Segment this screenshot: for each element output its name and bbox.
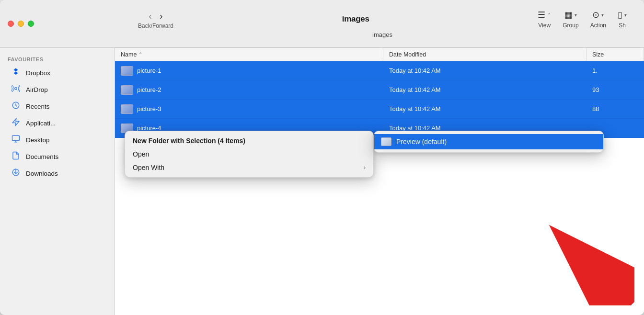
context-menu-label-open-with: Open With [133,164,164,171]
documents-icon [11,151,21,162]
group-icon: ▦ ▾ [564,10,577,20]
file-size-cell: 88 [586,100,644,118]
table-row[interactable]: picture-3 Today at 10:42 AM 88 [115,100,644,119]
file-size: 1. [592,67,598,74]
file-thumbnail [121,85,133,95]
context-menu-item-new-folder[interactable]: New Folder with Selection (4 Items) [125,134,373,147]
file-date: Today at 10:42 AM [389,105,441,112]
view-label: View [538,22,551,29]
file-name-cell: picture-2 [115,80,383,99]
sidebar-item-label-applications: Applicati... [26,120,56,127]
context-menu: New Folder with Selection (4 Items) Open… [125,131,374,178]
window-title: images [342,14,369,24]
sidebar-item-label-downloads: Downloads [26,170,58,177]
view-icon: ☰ ⌃ [538,10,551,20]
sidebar-item-downloads[interactable]: Downloads [3,166,112,181]
column-headers: Name ⌃ Date Modified Size [115,48,644,61]
group-control[interactable]: ▦ ▾ Group [563,10,578,29]
size-column-label: Size [592,51,604,58]
file-name: picture-2 [137,86,161,93]
sidebar-item-documents[interactable]: Documents [3,149,112,165]
toolbar: ‹ › Back/Forward images ☰ ⌃ View [0,0,644,48]
sidebar-toggle-area [8,21,123,27]
minimize-button[interactable] [18,21,24,27]
desktop-icon [11,135,21,146]
sidebar-item-label-dropbox: Dropbox [26,69,50,77]
file-size-cell: 93 [586,80,644,99]
context-menu-label-new-folder: New Folder with Selection (4 Items) [133,137,245,145]
content-area: Name ⌃ Date Modified Size pict [115,48,644,315]
submenu: Preview (default) [374,131,604,153]
file-date: Today at 10:42 AM [389,86,441,93]
sort-arrow: ⌃ [138,52,142,57]
date-column-label: Date Modified [389,51,426,58]
size-column-header[interactable]: Size [586,48,644,61]
sidebar-item-dropbox[interactable]: Dropbox [3,65,112,81]
sidebar-item-desktop[interactable]: Desktop [3,132,112,148]
dropbox-icon [11,68,21,79]
view-control[interactable]: ☰ ⌃ View [538,10,551,29]
table-row[interactable]: picture-2 Today at 10:42 AM 93 [115,80,644,100]
file-thumbnail [121,104,133,114]
forward-button[interactable]: › [157,10,166,22]
file-size: 88 [592,105,599,112]
submenu-arrow-icon: › [364,164,366,171]
sidebar-item-label-desktop: Desktop [26,136,50,144]
svg-point-0 [15,88,17,90]
traffic-lights [8,21,34,27]
file-size: 93 [592,86,599,93]
name-column-header[interactable]: Name ⌃ [115,48,383,61]
share-control[interactable]: ▯ ▾ Sh [618,10,627,29]
file-name-cell: picture-3 [115,100,383,118]
file-date-cell: Today at 10:42 AM [383,100,586,118]
sidebar-item-airdrop[interactable]: AirDrop [3,82,112,98]
toolbar-main: ‹ › Back/Forward images ☰ ⌃ View [128,10,636,38]
back-button[interactable]: ‹ [146,10,155,22]
toolbar-controls: ☰ ⌃ View ▦ ▾ Group ⊙ [538,10,627,29]
context-menu-item-open-with[interactable]: Open With › [125,161,373,174]
group-label: Group [563,22,578,29]
file-date-cell: Today at 10:42 AM [383,80,586,99]
nav-control: ‹ › Back/Forward [138,10,173,29]
folder-name-bar: images [128,31,636,38]
submenu-item-preview[interactable]: Preview (default) [374,134,603,149]
downloads-icon [11,168,21,179]
nav-buttons: ‹ › [146,10,165,22]
table-row[interactable]: picture-1 Today at 10:42 AM 1. [115,61,644,80]
close-button[interactable] [8,21,14,27]
share-label: Sh [619,22,626,29]
svg-marker-2 [12,119,19,126]
applications-icon [11,118,21,129]
context-menu-item-open[interactable]: Open [125,147,373,161]
main-layout: Favourites Dropbox AirDrop Recents [0,48,644,315]
action-control[interactable]: ⊙ ▾ Action [590,10,606,29]
file-date: Today at 10:42 AM [389,67,441,74]
sidebar-item-label-documents: Documents [26,153,58,160]
finder-window: ‹ › Back/Forward images ☰ ⌃ View [0,0,644,315]
sidebar-section-label: Favourites [0,54,115,64]
submenu-item-label-preview: Preview (default) [396,138,447,146]
date-column-header[interactable]: Date Modified [383,48,586,61]
action-label: Action [590,22,606,29]
file-thumbnail [121,66,133,76]
back-forward-label: Back/Forward [138,22,173,29]
sidebar-item-label-airdrop: AirDrop [26,86,48,93]
sidebar: Favourites Dropbox AirDrop Recents [0,48,115,315]
red-arrow [539,219,634,305]
file-name: picture-3 [137,105,161,112]
svg-line-6 [563,238,620,296]
sidebar-item-label-recents: Recents [26,103,50,110]
context-menu-label-open: Open [133,150,149,158]
name-column-label: Name [121,51,137,58]
sidebar-item-recents[interactable]: Recents [3,99,112,114]
preview-app-icon [381,137,391,146]
file-name: picture-1 [137,67,161,74]
airdrop-icon [11,84,21,95]
sidebar-item-applications[interactable]: Applicati... [3,115,112,131]
share-icon: ▯ ▾ [618,10,627,20]
action-icon: ⊙ ▾ [592,10,604,20]
file-name-cell: picture-1 [115,61,383,80]
recents-icon [11,101,21,112]
maximize-button[interactable] [28,21,34,27]
file-date-cell: Today at 10:42 AM [383,61,586,80]
